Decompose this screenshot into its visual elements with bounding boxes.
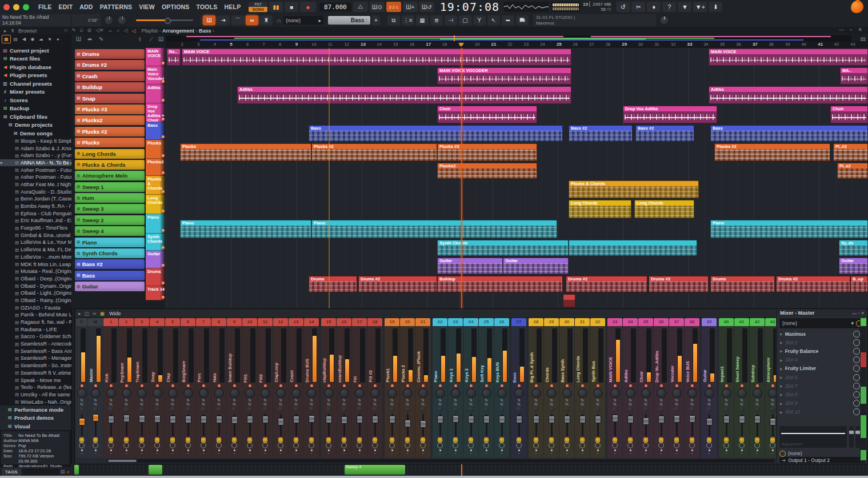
clip-guitar[interactable]: Guitar bbox=[437, 258, 503, 274]
song-item[interactable]: ▤SeamlessR - Antecoder bbox=[0, 340, 71, 348]
clip-main-voice[interactable]: MAIN VOICE bbox=[182, 49, 571, 66]
volume-fader[interactable] bbox=[321, 413, 336, 437]
slip-icon[interactable]: ↔ bbox=[108, 27, 113, 34]
volume-fader[interactable] bbox=[479, 413, 494, 437]
pattern-guitar[interactable]: ▤Guitar bbox=[75, 282, 145, 291]
stereo-controls[interactable]: ⇅⇆ bbox=[103, 398, 118, 407]
clip-plucks2[interactable]: Plucks2 bbox=[437, 163, 537, 179]
drag-tool-icon[interactable]: ⬌ bbox=[87, 36, 92, 42]
song-item[interactable]: ▤LollieVox & Ma..FL Demo Edit) bbox=[0, 246, 71, 254]
menu-view[interactable]: VIEW bbox=[135, 3, 158, 10]
mixer-channel-37[interactable]: 37Vocoder⇅⇆⌃ bbox=[669, 318, 684, 458]
song-item[interactable]: ▤Olbaid - Light..(Original Mix) bbox=[0, 290, 71, 297]
track-header-plucks-chords[interactable]: Plucks & Chords bbox=[146, 176, 166, 195]
track-header-main-voice[interactable]: MAIN VOICE bbox=[146, 48, 166, 66]
zoom-icon[interactable]: ⌕ bbox=[117, 27, 120, 34]
browser-up-icon[interactable]: ⇞ bbox=[11, 28, 15, 34]
track-header-bass[interactable]: Bass bbox=[146, 122, 166, 140]
mixer-channel-40[interactable]: 40Impact1⇅⇆⌃ bbox=[719, 318, 734, 458]
volume-fader[interactable] bbox=[196, 413, 211, 437]
tree-item-channel-presets[interactable]: ▥Channel presets bbox=[0, 79, 71, 88]
clip-choir[interactable]: Choir bbox=[437, 106, 537, 123]
clip-plucks[interactable]: Plucks bbox=[180, 143, 311, 161]
stereo-controls[interactable]: ⇅⇆ bbox=[150, 398, 165, 407]
menu-options[interactable]: OPTIONS bbox=[158, 3, 193, 10]
volume-fader[interactable] bbox=[448, 413, 463, 437]
song-item[interactable]: ▤Olbaid - Deep..(Original Mix) bbox=[0, 275, 71, 283]
playlist-minimap[interactable] bbox=[166, 35, 851, 41]
clip-main-voice-vocoder[interactable]: MAIN VOICE VOCODER bbox=[437, 67, 571, 85]
close-traffic-light[interactable] bbox=[3, 4, 10, 10]
mixer-channel-7[interactable]: 7Perc⇅⇆⌃ bbox=[196, 318, 211, 458]
plugin-picker-icon[interactable]: Y bbox=[473, 15, 486, 25]
countdown-icon[interactable]: 3·2·1 bbox=[386, 2, 401, 12]
tree-item-performance-mode[interactable]: ⊟Performance mode bbox=[0, 405, 71, 414]
clip-bass[interactable]: Bass bbox=[309, 125, 563, 142]
pause-button[interactable]: ▮▮ bbox=[269, 2, 283, 12]
pattern-bass[interactable]: ▤Bass bbox=[75, 271, 145, 280]
mixer-channel-39[interactable]: 39Guitar⇅⇆⌃ bbox=[702, 318, 717, 458]
cut-icon[interactable]: ✂ bbox=[631, 2, 645, 12]
playhead-marker[interactable] bbox=[458, 43, 464, 47]
mixer-channel-33[interactable]: 33MAIN VOICE⇅⇆⌃ bbox=[607, 318, 622, 458]
volume-fader[interactable] bbox=[494, 413, 509, 437]
stereo-controls[interactable]: ⇅⇆ bbox=[559, 398, 574, 407]
web-tab[interactable]: ◉ bbox=[29, 35, 37, 43]
minimize-traffic-light[interactable] bbox=[13, 4, 19, 10]
volume-fader[interactable] bbox=[165, 413, 180, 437]
clip-adlibs[interactable]: Adlibs bbox=[709, 86, 868, 104]
clip-piano[interactable]: Piano bbox=[710, 220, 868, 238]
effect-slot-slot-2[interactable]: ▶Slot 2 bbox=[777, 338, 867, 347]
pattern-long-chords[interactable]: ▤Long Chords bbox=[75, 149, 145, 159]
clip-adlibs[interactable]: Adlibs bbox=[237, 86, 571, 104]
browser-collapse-icon[interactable]: ▸ bbox=[4, 28, 7, 34]
add-pattern-button[interactable]: + bbox=[372, 15, 380, 25]
mixer-channel-18[interactable]: 18Fill #2⇅⇆⌃ bbox=[367, 318, 382, 458]
track-header-plucks2[interactable]: Plucks2 bbox=[146, 159, 166, 176]
mixer-channel-20[interactable]: 20Plucks 2⇅⇆⌃ bbox=[400, 318, 415, 458]
song-item[interactable]: ▤Sacco - Goldener Schnitt bbox=[0, 333, 71, 340]
pat-song-toggle[interactable]: PAT SONG bbox=[249, 2, 267, 12]
track-header-plucks[interactable]: Plucks bbox=[146, 140, 166, 159]
folder-icon[interactable]: ⊟ bbox=[61, 469, 65, 475]
stereo-controls[interactable]: ⇅⇆ bbox=[165, 398, 180, 407]
menu-edit[interactable]: EDIT bbox=[55, 3, 77, 10]
volume-fader[interactable] bbox=[638, 413, 653, 437]
volume-fader[interactable] bbox=[211, 413, 226, 437]
song-item[interactable]: ▤Ephixa - Club Penguin bbox=[0, 210, 71, 217]
mixer-channel-27[interactable]: 27Bass⇅⇆⌃ bbox=[511, 318, 526, 458]
delete-icon[interactable]: ⊘ bbox=[87, 27, 92, 34]
song-item[interactable]: ▤LollieVox - ..mum Momentum bbox=[0, 254, 71, 261]
mixer-channel-1[interactable]: 1Kick⇅⇆⌃ bbox=[103, 318, 118, 458]
pattern-sweep-4[interactable]: ▤Sweep 4 bbox=[75, 226, 145, 236]
tree-item-recent-files[interactable]: ⊟Recent files bbox=[0, 55, 71, 63]
stereo-controls[interactable]: ⇅⇆ bbox=[196, 398, 211, 407]
pattern-plucks-2[interactable]: ▤Plucks #2 bbox=[75, 127, 145, 136]
panel-window-buttons[interactable]: — ▫ ✕ bbox=[852, 311, 865, 316]
maximize-traffic-light[interactable] bbox=[23, 4, 29, 10]
mixer-channel-43[interactable]: 43Atmosphere⇅⇆⌃ bbox=[765, 318, 776, 458]
menu-tools[interactable]: TOOLS bbox=[193, 3, 221, 10]
mixer-channel-35[interactable]: 35Choir⇅⇆⌃ bbox=[638, 318, 653, 458]
undo-icon[interactable]: ↺ bbox=[616, 2, 630, 12]
mixer-detach-icon[interactable]: ◫ bbox=[85, 311, 90, 316]
stereo-controls[interactable]: ⇅⇆ bbox=[385, 398, 399, 407]
song-item[interactable]: ▤OZIASO - Fausta bbox=[0, 304, 71, 311]
song-item[interactable]: ▤Tevlo - Release..e (feat. Veela) bbox=[0, 384, 71, 391]
volume-fader[interactable] bbox=[685, 413, 699, 437]
mixer-channel-32[interactable]: 32Synth Bus⇅⇆⌃ bbox=[590, 318, 605, 458]
playlist-icon[interactable]: ⧉ bbox=[387, 15, 400, 25]
stereo-controls[interactable]: ⇅⇆ bbox=[463, 398, 478, 407]
pattern-view-icon[interactable]: Ш bbox=[158, 36, 163, 42]
effect-slot-slot-4[interactable]: ▶Slot 4 bbox=[777, 356, 867, 364]
stereo-controls[interactable]: ⇅⇆ bbox=[511, 398, 526, 407]
stereo-controls[interactable]: ⇅⇆ bbox=[623, 398, 638, 407]
menu-add[interactable]: ADD bbox=[76, 3, 96, 10]
mixer-channel-25[interactable]: 25Soft Key⇅⇆⌃ bbox=[479, 318, 494, 458]
clip-drums-2[interactable]: Drums #2 bbox=[358, 276, 437, 292]
stereo-controls[interactable]: ⇅⇆ bbox=[400, 398, 415, 407]
mixer-channel-22[interactable]: 22Piano⇅⇆⌃ bbox=[433, 318, 447, 458]
master-volume-knob[interactable] bbox=[104, 15, 114, 25]
mixer-channel-17[interactable]: 17Fill⇅⇆⌃ bbox=[352, 318, 367, 458]
pattern-sweep-1[interactable]: ▤Sweep 1 bbox=[75, 182, 145, 192]
